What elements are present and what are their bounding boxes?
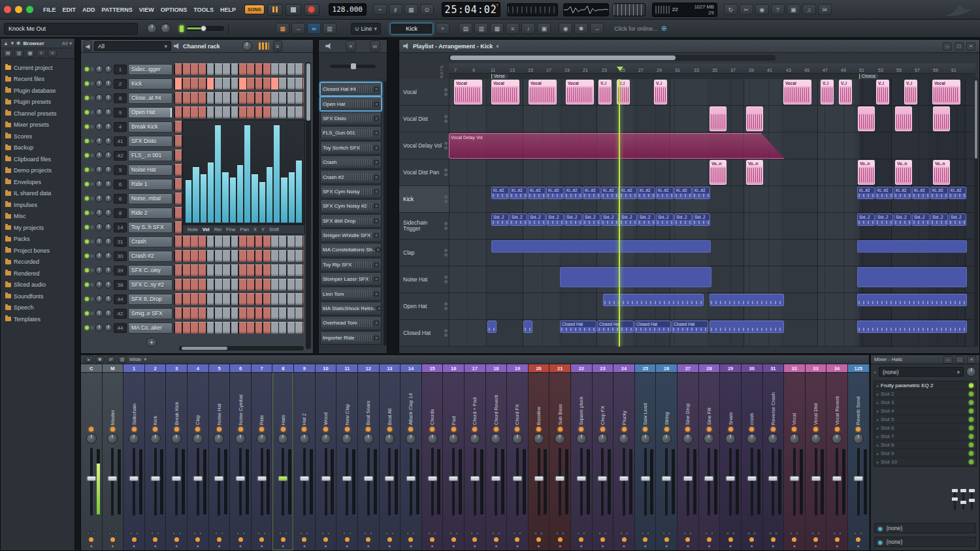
channel-number[interactable]: 41 <box>114 136 127 146</box>
song-mode-badge[interactable]: SONG <box>244 5 265 14</box>
track-lock-icon[interactable] <box>444 173 448 176</box>
strip-link-led[interactable] <box>685 537 690 542</box>
stereo-left-led[interactable] <box>470 531 474 535</box>
playlist-clip[interactable]: V..l <box>598 80 612 104</box>
playlist-clip[interactable]: Vocal <box>932 80 960 104</box>
strip-volume-fader[interactable] <box>678 447 698 517</box>
picker-item[interactable]: Crash #2 ≡ <box>320 170 382 183</box>
strip-mute-led[interactable] <box>685 427 690 432</box>
stereo-left-led[interactable] <box>150 531 154 535</box>
strip-link-led[interactable] <box>302 537 306 542</box>
shuffle-knob[interactable] <box>147 24 157 33</box>
add-pattern-button[interactable]: + <box>436 23 449 34</box>
browser-item[interactable]: Packs <box>1 234 74 245</box>
strip-pan-knob[interactable] <box>747 433 757 444</box>
browser-item[interactable]: Backup <box>1 142 74 154</box>
fader-handle[interactable] <box>108 476 118 481</box>
playlist-clip[interactable] <box>857 267 967 287</box>
track-led[interactable] <box>444 195 448 198</box>
stereo-left-led[interactable] <box>406 531 410 535</box>
channel-name-button[interactable]: Sidec..igger <box>128 64 172 75</box>
channel-enable-led[interactable] <box>85 254 89 258</box>
stereo-right-led[interactable] <box>774 531 778 535</box>
stereo-left-led[interactable] <box>555 531 559 535</box>
stereo-right-led[interactable] <box>284 531 288 535</box>
playlist-clip[interactable] <box>491 240 711 253</box>
playlist-track-header[interactable]: Clap <box>399 240 449 266</box>
playlist-clip[interactable]: V..l <box>904 80 917 104</box>
picker-item[interactable]: SFX Cym Noisy #2 ≡ <box>320 199 382 213</box>
mixer-strip-number[interactable]: 24 <box>613 364 634 373</box>
strip-pan-knob[interactable] <box>597 433 608 444</box>
graph-tab[interactable]: Pan <box>240 227 249 232</box>
stereo-left-led[interactable] <box>108 531 112 535</box>
channel-volume-knob[interactable] <box>105 123 112 131</box>
channel-volume-knob[interactable] <box>105 266 112 274</box>
playlist-clip[interactable]: Sid..2 <box>894 213 911 226</box>
stereo-right-led[interactable] <box>369 531 373 535</box>
effect-slot[interactable]: ▸ Slot 10 <box>874 458 976 466</box>
up-arrow-icon[interactable]: ▲ <box>3 40 8 46</box>
mixer-strip[interactable]: 25 Saw Lead ▲ <box>635 364 657 550</box>
strip-pan-knob[interactable] <box>640 433 651 444</box>
fader-handle[interactable] <box>726 476 736 481</box>
strip-mute-led[interactable] <box>153 427 157 432</box>
fader-handle[interactable] <box>789 476 799 481</box>
channel-rack-view-icon[interactable]: ▦ <box>490 23 504 34</box>
fader-handle[interactable] <box>449 476 459 481</box>
channel-pan-knob[interactable] <box>95 80 103 87</box>
strip-volume-fader[interactable] <box>230 447 251 517</box>
stereo-left-led[interactable] <box>278 531 282 535</box>
playlist-clip[interactable]: Sid..2 <box>564 213 582 226</box>
picker-item[interactable]: FLS_Gun 001 ≡ <box>320 126 382 140</box>
browser-item[interactable]: Templates <box>1 313 74 325</box>
channel-name-button[interactable]: SFX C..oisy <box>128 265 172 276</box>
track-lock-icon[interactable] <box>444 280 448 283</box>
mixer-strip-number[interactable]: 25 <box>635 364 656 373</box>
strip-pan-knob[interactable] <box>619 433 629 444</box>
picker-item[interactable]: Closed Hat #4 ≡ <box>320 82 382 96</box>
channel-pan-knob[interactable] <box>95 137 103 145</box>
picker-item[interactable]: MA StaticShock Retro.. ≡ <box>320 302 382 315</box>
mixer-strip-number[interactable]: 14 <box>400 364 421 373</box>
channel-number[interactable]: 38 <box>114 280 127 290</box>
playlist-clip[interactable]: Ki..#2 <box>528 187 546 199</box>
strip-pan-knob[interactable] <box>555 433 565 444</box>
stereo-right-led[interactable] <box>668 531 672 535</box>
mixer-strip-number[interactable]: 26 <box>656 364 677 373</box>
strip-pan-knob[interactable] <box>321 433 331 444</box>
track-led[interactable] <box>444 302 448 306</box>
stereo-right-led[interactable] <box>710 531 714 535</box>
browser-item[interactable]: Plugin database <box>1 85 74 97</box>
effect-slot[interactable]: ▸ Slot 2 <box>874 390 976 398</box>
slot-enable-led[interactable] <box>969 443 973 447</box>
channel-volume-knob[interactable] <box>105 324 112 332</box>
channel-enable-led[interactable] <box>85 96 89 100</box>
playlist-clip[interactable]: V..l <box>876 80 889 104</box>
stereo-right-led[interactable] <box>625 531 629 535</box>
playlist-clip[interactable]: Sid..2 <box>875 213 893 226</box>
channel-name-button[interactable]: Close..at #4 <box>128 93 172 104</box>
send-slot-2[interactable]: ◉ (none) <box>874 537 976 547</box>
channel-pan-knob[interactable] <box>95 180 103 188</box>
mixer-strip-number[interactable]: 1 <box>123 364 144 373</box>
strip-volume-fader[interactable] <box>486 447 507 517</box>
track-led[interactable] <box>444 88 448 91</box>
channel-enable-led[interactable] <box>85 225 89 229</box>
strip-link-led[interactable] <box>494 537 498 542</box>
channel-pan-knob[interactable] <box>95 123 103 131</box>
stereo-right-led[interactable] <box>518 531 522 535</box>
playlist-clip[interactable]: Vo..n <box>895 160 912 185</box>
slot-expand-icon[interactable]: ▸ <box>877 417 879 422</box>
playlist-view-icon[interactable]: ▤ <box>459 23 472 34</box>
cut-tool-icon[interactable]: ✂ <box>740 4 753 15</box>
strip-pan-knob[interactable] <box>811 433 821 444</box>
fader-handle[interactable] <box>832 476 842 481</box>
step-sequencer-row[interactable] <box>174 293 304 305</box>
mixer-strip[interactable]: 21 Sub Bass ▲ <box>549 364 571 550</box>
channel-volume-knob[interactable] <box>105 166 112 174</box>
browser-add-tab-icon[interactable]: + <box>37 50 46 57</box>
mixer-strip-number[interactable]: 15 <box>422 364 443 373</box>
browser-item[interactable]: Plugin presets <box>1 97 74 108</box>
slot-enable-led[interactable] <box>969 460 973 464</box>
